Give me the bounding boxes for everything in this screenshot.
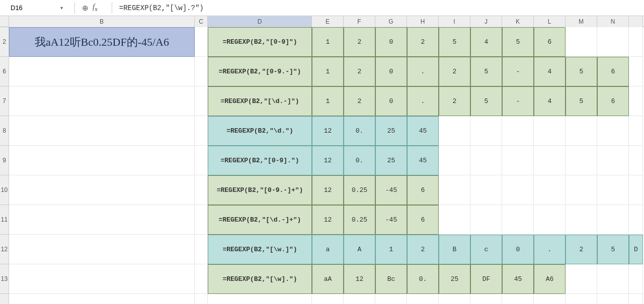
row-header-2[interactable]: 2 [0, 27, 9, 57]
data-cell[interactable]: 0 [502, 235, 534, 264]
cell[interactable] [195, 294, 208, 304]
cell[interactable] [566, 294, 597, 304]
cell[interactable] [195, 235, 208, 264]
fx-label[interactable]: fx [93, 3, 98, 13]
cell[interactable] [439, 146, 470, 175]
cell[interactable] [407, 294, 439, 304]
data-cell[interactable]: 4 [470, 27, 502, 57]
col-header-M[interactable]: M [566, 16, 597, 27]
formula-cell[interactable]: =REGEXP(B2,"[\w].") [208, 264, 312, 294]
data-cell[interactable]: 2 [344, 57, 375, 86]
cell[interactable] [375, 294, 407, 304]
data-cell[interactable]: aA [312, 264, 344, 294]
cell[interactable] [629, 264, 643, 294]
cell[interactable] [344, 294, 375, 304]
cell[interactable] [566, 264, 597, 294]
data-cell[interactable]: DF [470, 264, 502, 294]
cells-area[interactable]: 我aA12听Bc0.25DF的-45/A6=REGEXP(B2,"[0-9]")… [9, 27, 644, 304]
col-header-C[interactable]: C [195, 16, 208, 27]
col-header-J[interactable]: J [470, 16, 502, 27]
cell[interactable] [195, 205, 208, 235]
data-cell[interactable]: 1 [312, 57, 344, 86]
data-cell[interactable]: 12 [312, 116, 344, 146]
col-header-B[interactable]: B [9, 16, 195, 27]
cell[interactable] [312, 294, 344, 304]
cell[interactable] [534, 116, 566, 146]
cell[interactable] [195, 116, 208, 146]
cell[interactable] [534, 294, 566, 304]
data-cell[interactable]: 12 [344, 264, 375, 294]
cell[interactable] [470, 175, 502, 205]
cell[interactable] [9, 146, 195, 175]
data-cell[interactable]: 2 [439, 86, 470, 116]
cell[interactable] [566, 205, 597, 235]
cell[interactable] [597, 27, 629, 57]
data-cell[interactable]: a [312, 235, 344, 264]
data-cell[interactable]: 1 [312, 86, 344, 116]
formula-input[interactable] [119, 4, 642, 12]
cell[interactable] [208, 294, 312, 304]
data-cell[interactable]: A [344, 235, 375, 264]
cell[interactable] [195, 57, 208, 86]
data-cell[interactable]: 0. [344, 146, 375, 175]
input-cell-b2[interactable]: 我aA12听Bc0.25DF的-45/A6 [9, 27, 195, 57]
data-cell[interactable]: 5 [566, 57, 597, 86]
row-header-6[interactable]: 6 [0, 57, 9, 86]
data-cell[interactable]: 5 [502, 27, 534, 57]
cell[interactable] [195, 146, 208, 175]
cell[interactable] [439, 294, 470, 304]
cell[interactable] [566, 116, 597, 146]
data-cell[interactable]: 25 [375, 116, 407, 146]
data-cell[interactable]: 0.25 [344, 205, 375, 235]
data-cell[interactable]: . [407, 57, 439, 86]
formula-cell[interactable]: =REGEXP(B2,"[0-9.-]") [208, 57, 312, 86]
data-cell[interactable]: 0. [407, 264, 439, 294]
zoom-icon[interactable]: ⊕ [82, 4, 89, 13]
cell[interactable] [566, 175, 597, 205]
data-cell[interactable]: 45 [407, 146, 439, 175]
formula-cell[interactable]: =REGEXP(B2,"[0-9]") [208, 27, 312, 57]
cell[interactable] [566, 146, 597, 175]
cell[interactable] [9, 264, 195, 294]
cell[interactable] [597, 146, 629, 175]
cell[interactable] [9, 86, 195, 116]
cell[interactable] [534, 205, 566, 235]
cell[interactable] [502, 175, 534, 205]
data-cell[interactable]: 12 [312, 205, 344, 235]
data-cell[interactable]: 1 [312, 27, 344, 57]
cell[interactable] [629, 146, 643, 175]
data-cell[interactable]: 6 [407, 175, 439, 205]
data-cell[interactable]: D [629, 235, 643, 264]
col-header-F[interactable]: F [344, 16, 375, 27]
data-cell[interactable]: 0.25 [344, 175, 375, 205]
data-cell[interactable]: B [439, 235, 470, 264]
cell[interactable] [597, 294, 629, 304]
formula-cell[interactable]: =REGEXP(B2,"[\w.]") [208, 235, 312, 264]
cell[interactable] [597, 264, 629, 294]
data-cell[interactable]: -45 [375, 205, 407, 235]
data-cell[interactable]: 2 [439, 57, 470, 86]
row-header-12[interactable]: 12 [0, 235, 9, 264]
data-cell[interactable]: 5 [597, 235, 629, 264]
col-header-D[interactable]: D [208, 16, 312, 27]
formula-cell[interactable]: =REGEXP(B2,"\d.") [208, 116, 312, 146]
row-header-10[interactable]: 10 [0, 175, 9, 205]
cell[interactable] [629, 86, 643, 116]
data-cell[interactable]: 0 [375, 27, 407, 57]
col-header-L[interactable]: L [534, 16, 566, 27]
data-cell[interactable]: 2 [407, 27, 439, 57]
data-cell[interactable]: 5 [470, 57, 502, 86]
cell[interactable] [9, 175, 195, 205]
cell[interactable] [439, 116, 470, 146]
data-cell[interactable]: 6 [534, 27, 566, 57]
col-header-G[interactable]: G [375, 16, 407, 27]
data-cell[interactable]: 1 [375, 235, 407, 264]
row-header-x[interactable] [0, 294, 9, 304]
formula-cell[interactable]: =REGEXP(B2,"[\d.-]+") [208, 205, 312, 235]
data-cell[interactable]: 25 [375, 146, 407, 175]
data-cell[interactable]: 0 [375, 57, 407, 86]
cell[interactable] [9, 294, 195, 304]
data-cell[interactable]: c [470, 235, 502, 264]
data-cell[interactable]: - [502, 86, 534, 116]
row-header-8[interactable]: 8 [0, 116, 9, 146]
